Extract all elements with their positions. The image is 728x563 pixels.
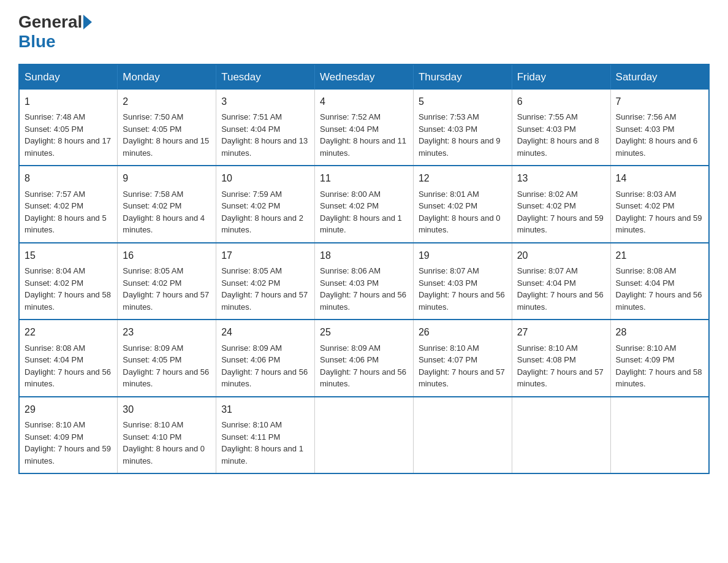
day-number: 22 [25, 325, 112, 339]
weekday-header-friday: Friday [512, 64, 610, 90]
day-info: Sunrise: 7:55 AMSunset: 4:03 PMDaylight:… [517, 112, 599, 158]
calendar-cell [413, 397, 512, 473]
day-number: 23 [123, 325, 211, 339]
day-number: 8 [25, 171, 112, 185]
day-info: Sunrise: 8:10 AMSunset: 4:09 PMDaylight:… [25, 420, 111, 465]
day-info: Sunrise: 8:05 AMSunset: 4:02 PMDaylight:… [221, 266, 308, 312]
day-number: 19 [419, 248, 507, 262]
day-info: Sunrise: 8:09 AMSunset: 4:06 PMDaylight:… [320, 343, 406, 389]
day-info: Sunrise: 8:09 AMSunset: 4:06 PMDaylight:… [221, 343, 308, 389]
calendar-cell: 22 Sunrise: 8:08 AMSunset: 4:04 PMDaylig… [19, 320, 118, 396]
day-info: Sunrise: 7:53 AMSunset: 4:03 PMDaylight:… [419, 112, 501, 158]
day-number: 4 [320, 94, 408, 109]
day-number: 1 [25, 94, 112, 109]
day-info: Sunrise: 8:03 AMSunset: 4:02 PMDaylight:… [616, 190, 702, 235]
day-number: 28 [616, 325, 703, 339]
day-number: 25 [320, 325, 408, 339]
day-info: Sunrise: 8:00 AMSunset: 4:02 PMDaylight:… [320, 190, 402, 235]
calendar-week-5: 29 Sunrise: 8:10 AMSunset: 4:09 PMDaylig… [19, 397, 709, 473]
day-number: 18 [320, 248, 408, 262]
logo: General Blue [18, 12, 93, 52]
day-number: 27 [517, 325, 605, 339]
day-number: 13 [517, 171, 605, 185]
day-number: 11 [320, 171, 408, 185]
day-info: Sunrise: 7:58 AMSunset: 4:02 PMDaylight:… [123, 190, 205, 235]
day-number: 24 [221, 325, 309, 339]
day-number: 16 [123, 248, 211, 262]
day-info: Sunrise: 8:08 AMSunset: 4:04 PMDaylight:… [25, 343, 111, 389]
day-info: Sunrise: 8:10 AMSunset: 4:11 PMDaylight:… [221, 420, 303, 465]
calendar-cell: 23 Sunrise: 8:09 AMSunset: 4:05 PMDaylig… [118, 320, 216, 396]
day-info: Sunrise: 8:07 AMSunset: 4:04 PMDaylight:… [517, 266, 604, 312]
day-info: Sunrise: 7:51 AMSunset: 4:04 PMDaylight:… [221, 112, 308, 158]
calendar-cell: 25 Sunrise: 8:09 AMSunset: 4:06 PMDaylig… [315, 320, 414, 396]
calendar-cell: 11 Sunrise: 8:00 AMSunset: 4:02 PMDaylig… [315, 166, 414, 242]
day-info: Sunrise: 8:08 AMSunset: 4:04 PMDaylight:… [616, 266, 702, 312]
day-info: Sunrise: 7:59 AMSunset: 4:02 PMDaylight:… [221, 190, 303, 235]
calendar-week-3: 15 Sunrise: 8:04 AMSunset: 4:02 PMDaylig… [19, 243, 709, 320]
day-info: Sunrise: 7:57 AMSunset: 4:02 PMDaylight:… [25, 190, 107, 235]
day-number: 30 [123, 402, 211, 416]
day-info: Sunrise: 7:50 AMSunset: 4:05 PMDaylight:… [123, 112, 209, 158]
day-number: 14 [616, 171, 703, 185]
calendar-cell: 8 Sunrise: 7:57 AMSunset: 4:02 PMDayligh… [19, 166, 118, 242]
calendar-table: SundayMondayTuesdayWednesdayThursdayFrid… [18, 64, 710, 474]
calendar-cell: 14 Sunrise: 8:03 AMSunset: 4:02 PMDaylig… [610, 166, 709, 242]
day-number: 7 [616, 94, 703, 109]
weekday-header-tuesday: Tuesday [216, 64, 315, 90]
day-number: 3 [221, 94, 309, 109]
calendar-week-1: 1 Sunrise: 7:48 AMSunset: 4:05 PMDayligh… [19, 90, 709, 166]
logo-general-text: General [18, 12, 82, 32]
calendar-cell: 1 Sunrise: 7:48 AMSunset: 4:05 PMDayligh… [19, 90, 118, 166]
calendar-cell: 9 Sunrise: 7:58 AMSunset: 4:02 PMDayligh… [118, 166, 216, 242]
day-number: 5 [419, 94, 507, 109]
day-info: Sunrise: 8:04 AMSunset: 4:02 PMDaylight:… [25, 266, 111, 312]
day-number: 12 [419, 171, 507, 185]
calendar-cell: 26 Sunrise: 8:10 AMSunset: 4:07 PMDaylig… [413, 320, 512, 396]
calendar-cell: 6 Sunrise: 7:55 AMSunset: 4:03 PMDayligh… [512, 90, 610, 166]
day-number: 6 [517, 94, 605, 109]
day-number: 2 [123, 94, 211, 109]
calendar-cell: 27 Sunrise: 8:10 AMSunset: 4:08 PMDaylig… [512, 320, 610, 396]
day-number: 17 [221, 248, 309, 262]
day-info: Sunrise: 8:06 AMSunset: 4:03 PMDaylight:… [320, 266, 406, 312]
day-info: Sunrise: 7:52 AMSunset: 4:04 PMDaylight:… [320, 112, 406, 158]
calendar-cell [512, 397, 610, 473]
day-info: Sunrise: 8:07 AMSunset: 4:03 PMDaylight:… [419, 266, 505, 312]
day-info: Sunrise: 7:56 AMSunset: 4:03 PMDaylight:… [616, 112, 698, 158]
day-info: Sunrise: 8:10 AMSunset: 4:07 PMDaylight:… [419, 343, 505, 389]
page-header: General Blue [18, 12, 710, 52]
weekday-header-monday: Monday [118, 64, 216, 90]
day-number: 20 [517, 248, 605, 262]
calendar-cell: 10 Sunrise: 7:59 AMSunset: 4:02 PMDaylig… [216, 166, 315, 242]
day-number: 26 [419, 325, 507, 339]
weekday-header-sunday: Sunday [19, 64, 118, 90]
weekday-header-wednesday: Wednesday [315, 64, 414, 90]
calendar-cell: 16 Sunrise: 8:05 AMSunset: 4:02 PMDaylig… [118, 243, 216, 320]
day-number: 31 [221, 402, 309, 416]
day-number: 15 [25, 248, 112, 262]
calendar-cell: 3 Sunrise: 7:51 AMSunset: 4:04 PMDayligh… [216, 90, 315, 166]
calendar-cell: 21 Sunrise: 8:08 AMSunset: 4:04 PMDaylig… [610, 243, 709, 320]
calendar-cell: 13 Sunrise: 8:02 AMSunset: 4:02 PMDaylig… [512, 166, 610, 242]
calendar-cell: 5 Sunrise: 7:53 AMSunset: 4:03 PMDayligh… [413, 90, 512, 166]
calendar-cell: 4 Sunrise: 7:52 AMSunset: 4:04 PMDayligh… [315, 90, 414, 166]
calendar-cell: 31 Sunrise: 8:10 AMSunset: 4:11 PMDaylig… [216, 397, 315, 473]
day-number: 21 [616, 248, 703, 262]
weekday-header-row: SundayMondayTuesdayWednesdayThursdayFrid… [19, 64, 709, 90]
calendar-cell: 2 Sunrise: 7:50 AMSunset: 4:05 PMDayligh… [118, 90, 216, 166]
calendar-cell: 17 Sunrise: 8:05 AMSunset: 4:02 PMDaylig… [216, 243, 315, 320]
day-info: Sunrise: 8:09 AMSunset: 4:05 PMDaylight:… [123, 343, 209, 389]
day-info: Sunrise: 8:10 AMSunset: 4:09 PMDaylight:… [616, 343, 702, 389]
calendar-cell [315, 397, 414, 473]
day-number: 29 [25, 402, 112, 416]
day-info: Sunrise: 8:02 AMSunset: 4:02 PMDaylight:… [517, 190, 604, 235]
calendar-week-4: 22 Sunrise: 8:08 AMSunset: 4:04 PMDaylig… [19, 320, 709, 396]
calendar-cell: 29 Sunrise: 8:10 AMSunset: 4:09 PMDaylig… [19, 397, 118, 473]
calendar-week-2: 8 Sunrise: 7:57 AMSunset: 4:02 PMDayligh… [19, 166, 709, 242]
calendar-cell: 30 Sunrise: 8:10 AMSunset: 4:10 PMDaylig… [118, 397, 216, 473]
day-number: 9 [123, 171, 211, 185]
calendar-cell: 20 Sunrise: 8:07 AMSunset: 4:04 PMDaylig… [512, 243, 610, 320]
calendar-cell: 15 Sunrise: 8:04 AMSunset: 4:02 PMDaylig… [19, 243, 118, 320]
logo-blue-text: Blue [18, 32, 56, 52]
